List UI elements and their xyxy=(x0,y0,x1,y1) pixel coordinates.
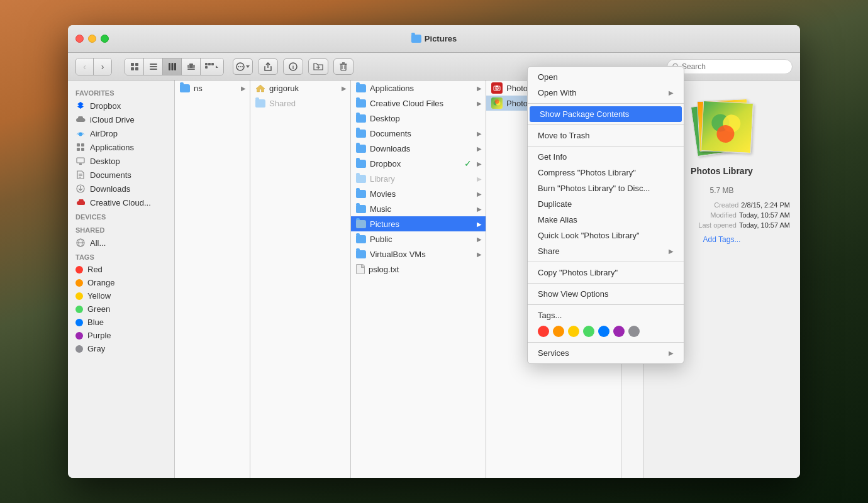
svg-rect-5 xyxy=(150,66,157,67)
close-button[interactable] xyxy=(75,35,84,43)
list-item[interactable]: VirtualBox VMs ▶ xyxy=(351,246,486,262)
info-button[interactable]: i xyxy=(283,58,303,75)
ctx-show-view-options[interactable]: Show View Options xyxy=(528,286,684,302)
finder-window: Pictures ‹ › xyxy=(68,25,800,478)
list-item[interactable]: Desktop xyxy=(351,111,486,126)
action-button[interactable] xyxy=(233,58,253,75)
maximize-button[interactable] xyxy=(101,35,109,43)
airdrop-icon xyxy=(75,128,86,138)
folder-button[interactable] xyxy=(308,58,328,75)
search-input[interactable] xyxy=(682,62,787,71)
sidebar-item-label: Downloads xyxy=(90,184,130,194)
forward-button[interactable]: › xyxy=(94,58,111,75)
window-title: Pictures xyxy=(411,34,457,43)
folder-icon xyxy=(356,235,366,243)
ctx-burn[interactable]: Burn "Photos Library" to Disc... xyxy=(528,180,684,196)
ctx-share[interactable]: Share ▶ xyxy=(528,243,684,259)
ctx-copy[interactable]: Copy "Photos Library" xyxy=(528,265,684,280)
network-icon xyxy=(75,238,86,248)
ctx-get-info[interactable]: Get Info xyxy=(528,149,684,165)
ctx-gray-tag[interactable] xyxy=(628,326,640,337)
svg-rect-54 xyxy=(496,86,498,87)
ctx-purple-tag[interactable] xyxy=(613,326,625,337)
ctx-compress[interactable]: Compress "Photos Library" xyxy=(528,165,684,180)
sidebar-tag-blue[interactable]: Blue xyxy=(68,316,174,329)
share-button[interactable] xyxy=(258,58,278,75)
trash-button[interactable] xyxy=(333,58,353,75)
photos-icon xyxy=(491,97,503,109)
list-item[interactable]: Public ▶ xyxy=(351,231,486,246)
coverflow-view-button[interactable] xyxy=(182,58,201,75)
list-item[interactable]: Shared xyxy=(250,96,350,111)
sidebar-item-desktop[interactable]: Desktop xyxy=(68,154,174,168)
column-view-button[interactable] xyxy=(163,58,182,75)
svg-rect-38 xyxy=(77,143,80,146)
list-item[interactable]: ns ▶ xyxy=(175,80,250,96)
ctx-green-tag[interactable] xyxy=(583,326,594,337)
preview-thumbnail xyxy=(691,97,754,160)
list-item[interactable]: pslog.txt xyxy=(351,262,486,277)
sidebar-item-icloud[interactable]: iCloud Drive xyxy=(68,113,174,126)
ctx-tags-row xyxy=(528,323,684,340)
arrange-button[interactable] xyxy=(201,58,223,75)
svg-rect-0 xyxy=(131,63,134,66)
list-item[interactable]: Dropbox ✓ ▶ xyxy=(351,156,486,171)
tag-label: Red xyxy=(87,265,103,274)
sidebar-item-label: Applications xyxy=(90,143,134,152)
sidebar-item-applications[interactable]: Applications xyxy=(68,140,174,154)
ctx-show-package[interactable]: Show Package Contents xyxy=(530,106,682,122)
add-tags-link[interactable]: Add Tags... xyxy=(703,235,741,244)
ctx-duplicate[interactable]: Duplicate xyxy=(528,196,684,212)
sidebar-item-airdrop[interactable]: AirDrop xyxy=(68,126,174,140)
sidebar-tag-yellow[interactable]: Yellow xyxy=(68,289,174,302)
devices-label: Devices xyxy=(68,209,174,223)
sidebar-item-dropbox[interactable]: Dropbox xyxy=(68,99,174,113)
svg-rect-28 xyxy=(341,64,346,70)
sidebar-item-downloads[interactable]: Downloads xyxy=(68,182,174,196)
list-item[interactable]: Documents ▶ xyxy=(351,126,486,141)
tag-label: Yellow xyxy=(87,291,111,301)
column-2: grigoruk ▶ Shared xyxy=(250,80,351,478)
back-button[interactable]: ‹ xyxy=(76,58,94,75)
svg-rect-4 xyxy=(150,64,157,65)
icon-view-button[interactable] xyxy=(125,58,144,75)
ctx-make-alias[interactable]: Make Alias xyxy=(528,212,684,228)
ctx-blue-tag[interactable] xyxy=(598,326,609,337)
list-item-pictures[interactable]: Pictures ▶ xyxy=(351,216,486,231)
svg-text:i: i xyxy=(292,64,294,70)
sidebar-item-label: All... xyxy=(90,238,106,248)
preview-name: Photos Library xyxy=(691,166,753,176)
ctx-red-tag[interactable] xyxy=(538,326,549,337)
list-item[interactable]: Music ▶ xyxy=(351,201,486,216)
sidebar-item-label: Dropbox xyxy=(90,101,121,111)
minimize-button[interactable] xyxy=(88,35,96,43)
list-view-button[interactable] xyxy=(144,58,163,75)
sidebar-tag-purple[interactable]: Purple xyxy=(68,329,174,342)
svg-rect-7 xyxy=(169,63,170,70)
view-buttons xyxy=(125,58,224,75)
folder-icon xyxy=(356,175,366,183)
ctx-tags[interactable]: Tags... xyxy=(528,307,684,323)
list-item[interactable]: Downloads ▶ xyxy=(351,141,486,156)
creative-cloud-icon xyxy=(75,197,86,207)
folder-icon xyxy=(356,114,366,123)
list-item[interactable]: Applications ▶ xyxy=(351,80,486,96)
ctx-open-with[interactable]: Open With ▶ xyxy=(528,85,684,101)
list-item[interactable]: Library ▶ xyxy=(351,171,486,186)
ctx-open[interactable]: Open xyxy=(528,69,684,85)
ctx-services[interactable]: Services ▶ xyxy=(528,345,684,361)
list-item[interactable]: grigoruk ▶ xyxy=(250,80,350,96)
sidebar-tag-green[interactable]: Green xyxy=(68,302,174,316)
sidebar-item-documents[interactable]: Documents xyxy=(68,168,174,182)
ctx-move-trash[interactable]: Move to Trash xyxy=(528,128,684,143)
sidebar-item-all[interactable]: All... xyxy=(68,236,174,250)
list-item[interactable]: Movies ▶ xyxy=(351,186,486,201)
sidebar-item-creative[interactable]: Creative Cloud... xyxy=(68,196,174,209)
sidebar-tag-gray[interactable]: Gray xyxy=(68,342,174,355)
sidebar-tag-red[interactable]: Red xyxy=(68,263,174,276)
ctx-orange-tag[interactable] xyxy=(553,326,564,337)
list-item[interactable]: Creative Cloud Files ▶ xyxy=(351,96,486,111)
ctx-yellow-tag[interactable] xyxy=(568,326,579,337)
sidebar-tag-orange[interactable]: Orange xyxy=(68,276,174,289)
ctx-quick-look[interactable]: Quick Look "Photos Library" xyxy=(528,228,684,243)
